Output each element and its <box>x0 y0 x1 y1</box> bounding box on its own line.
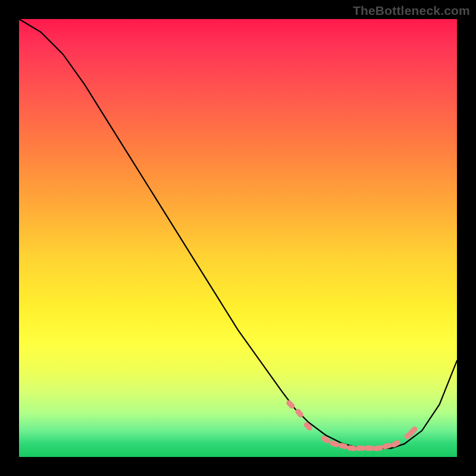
watermark-text: TheBottleneck.com <box>353 4 470 18</box>
highlight-marker <box>356 446 365 451</box>
highlight-marker <box>338 442 349 450</box>
highlight-marker <box>347 445 357 452</box>
chart-svg <box>19 19 457 457</box>
highlight-marker <box>365 446 374 451</box>
plot-area <box>19 19 457 457</box>
highlight-marker <box>373 445 383 452</box>
highlight-marker <box>320 434 331 444</box>
highlight-markers <box>285 399 418 452</box>
bottleneck-curve <box>19 19 457 448</box>
chart-container: TheBottleneck.com <box>0 0 476 476</box>
highlight-marker <box>303 421 314 432</box>
